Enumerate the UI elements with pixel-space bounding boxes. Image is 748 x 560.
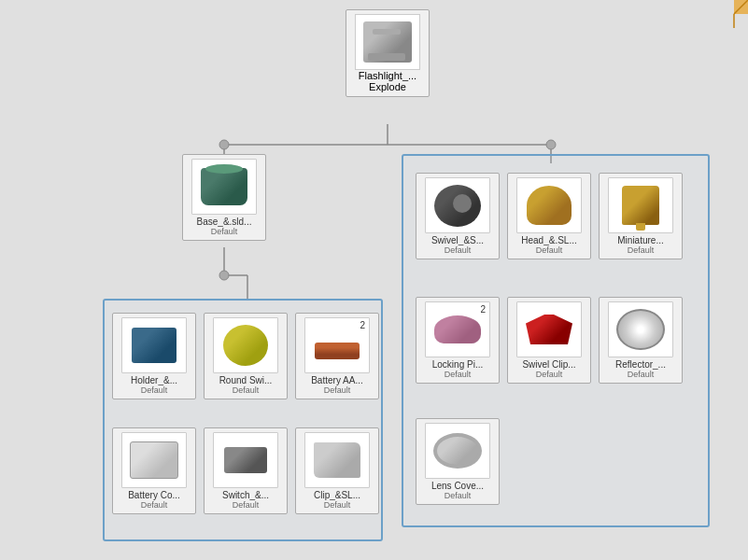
- head-sublabel: Default: [536, 245, 563, 255]
- switch-thumb: [213, 432, 278, 488]
- round-switch-sublabel: Default: [233, 385, 260, 395]
- root-card[interactable]: Flashlight_... Explode: [346, 9, 430, 97]
- root-label: Flashlight_...: [359, 70, 416, 81]
- clip-label: Clip_&SL...: [314, 490, 360, 500]
- locking-count-badge: 2: [480, 304, 486, 315]
- root-sublabel: Explode: [369, 81, 406, 92]
- holder-sublabel: Default: [141, 385, 168, 395]
- swivel-clip-thumb: [516, 301, 582, 357]
- clip-thumb: [304, 432, 370, 488]
- base-thumb: [191, 159, 257, 215]
- battery-aa-label: Battery AA...: [311, 375, 363, 385]
- base-sublabel: Default: [211, 227, 238, 236]
- switch-label: Switch_&...: [222, 490, 269, 500]
- corner-svg: [720, 0, 748, 28]
- battery-cover-thumb: [121, 432, 187, 488]
- lens-cover-card[interactable]: Lens Cove... Default: [416, 418, 500, 505]
- battery-aa-sublabel: Default: [324, 385, 351, 395]
- head-card[interactable]: Head_&.SL... Default: [507, 173, 591, 259]
- round-switch-label: Round Swi...: [219, 375, 273, 385]
- root-thumb: [355, 14, 420, 70]
- lens-cover-thumb: [425, 423, 490, 479]
- locking-pin-sublabel: Default: [445, 370, 472, 379]
- locking-pin-card[interactable]: 2 Locking Pi... Default: [416, 297, 500, 384]
- switch-card[interactable]: Switch_&... Default: [204, 427, 288, 514]
- head-label: Head_&.SL...: [521, 235, 576, 245]
- miniature-thumb: [608, 177, 673, 233]
- head-thumb: [516, 177, 582, 233]
- battery-count-badge: 2: [360, 320, 365, 330]
- reflector-sublabel: Default: [628, 370, 655, 379]
- battery-cover-sublabel: Default: [141, 500, 168, 510]
- swivel-thumb: [425, 177, 490, 233]
- locking-pin-label: Locking Pi...: [432, 359, 483, 370]
- clip-card[interactable]: Clip_&SL... Default: [295, 427, 379, 514]
- swivel-label: Swivel_&S...: [431, 235, 484, 245]
- swivel-clip-card[interactable]: Swivel Clip... Default: [507, 297, 591, 384]
- miniature-label: Miniature...: [617, 235, 663, 245]
- holder-thumb: [121, 317, 187, 373]
- switch-sublabel: Default: [233, 500, 260, 510]
- battery-cover-card[interactable]: Battery Co... Default: [112, 427, 196, 514]
- reflector-label: Reflector_...: [615, 359, 666, 370]
- svg-point-7: [219, 140, 229, 149]
- corner-bracket-icon: [720, 0, 748, 28]
- canvas: Flashlight_... Explode Base_&.sld... Def…: [0, 0, 748, 560]
- reflector-thumb: [608, 301, 673, 357]
- lens-cover-sublabel: Default: [445, 491, 472, 500]
- round-switch-card[interactable]: Round Swi... Default: [204, 313, 288, 399]
- holder-label: Holder_&...: [131, 375, 177, 385]
- battery-aa-thumb: 2: [304, 317, 370, 373]
- miniature-card[interactable]: Miniature... Default: [599, 173, 683, 259]
- clip-sublabel: Default: [324, 500, 351, 510]
- holder-card[interactable]: Holder_&... Default: [112, 313, 196, 399]
- lens-cover-label: Lens Cove...: [431, 481, 484, 491]
- round-switch-thumb: [213, 317, 278, 373]
- svg-point-9: [219, 271, 229, 280]
- reflector-card[interactable]: Reflector_... Default: [599, 297, 683, 384]
- base-card[interactable]: Base_&.sld... Default: [182, 154, 266, 241]
- battery-cover-label: Battery Co...: [128, 490, 180, 500]
- battery-aa-card[interactable]: 2 Battery AA... Default: [295, 313, 379, 399]
- swivel-sublabel: Default: [445, 245, 472, 255]
- swivel-clip-sublabel: Default: [536, 370, 563, 379]
- svg-point-8: [546, 140, 556, 149]
- base-label: Base_&.sld...: [197, 217, 252, 227]
- swivel-clip-label: Swivel Clip...: [522, 359, 575, 370]
- locking-pin-thumb: 2: [425, 301, 490, 357]
- miniature-sublabel: Default: [628, 245, 655, 255]
- swivel-card[interactable]: Swivel_&S... Default: [416, 173, 500, 259]
